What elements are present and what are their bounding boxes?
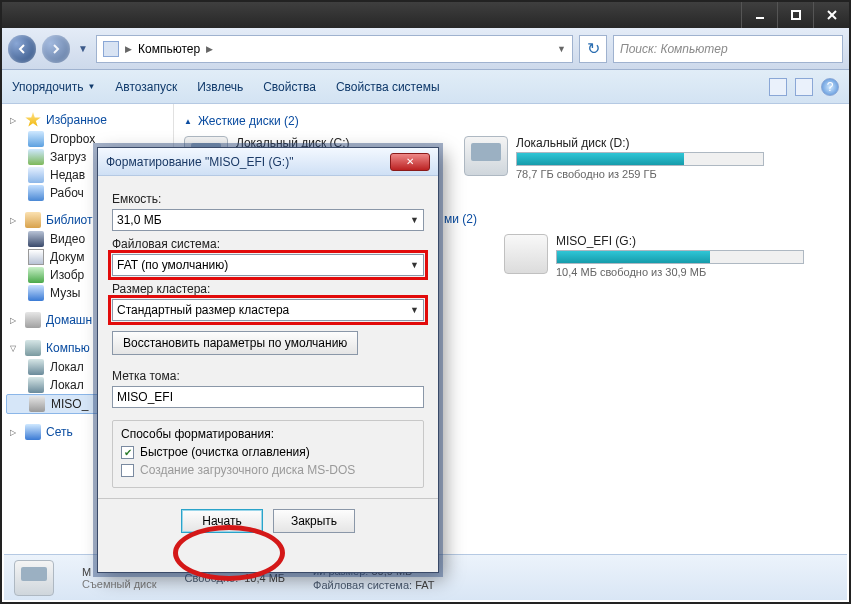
status-type: Съемный диск (82, 578, 157, 590)
status-fs-value: FAT (415, 579, 434, 591)
drive-name: MISO_EFI (G:) (556, 234, 804, 248)
picture-icon (28, 267, 44, 283)
dialog-close-button[interactable]: ✕ (390, 153, 430, 171)
close-dialog-button[interactable]: Закрыть (273, 509, 355, 533)
start-format-button[interactable]: Начать (181, 509, 263, 533)
search-input[interactable]: Поиск: Компьютер (613, 35, 843, 63)
hdd-icon (28, 359, 44, 375)
nav-history-dropdown[interactable]: ▼ (76, 43, 90, 54)
sys-properties-button[interactable]: Свойства системы (336, 80, 440, 94)
computer-icon (103, 41, 119, 57)
hdd-icon (464, 136, 508, 176)
drive-g[interactable]: MISO_EFI (G:) 10,4 МБ свободно из 30,9 М… (504, 234, 804, 278)
music-icon (28, 285, 44, 301)
status-free-label: Свободно: (185, 572, 239, 584)
chevron-right-icon: ▶ (206, 44, 213, 54)
close-button[interactable] (813, 2, 849, 28)
format-dialog: Форматирование "MISO_EFI (G:)" ✕ Емкость… (97, 147, 439, 573)
filesystem-select[interactable]: FAT (по умолчанию)▼ (112, 254, 424, 276)
cluster-select[interactable]: Стандартный размер кластера▼ (112, 299, 424, 321)
nav-forward-button[interactable] (42, 35, 70, 63)
minimize-button[interactable] (741, 2, 777, 28)
window-titlebar (2, 2, 849, 28)
restore-defaults-button[interactable]: Восстановить параметры по умолчанию (112, 331, 358, 355)
network-icon (25, 424, 41, 440)
homegroup-icon (25, 312, 41, 328)
autoplay-button[interactable]: Автозапуск (115, 80, 177, 94)
breadcrumb[interactable]: ▶ Компьютер ▶ ▼ (96, 35, 573, 63)
star-icon (25, 112, 41, 128)
sidebar-item-dropbox[interactable]: Dropbox (6, 130, 171, 148)
help-icon[interactable]: ? (821, 78, 839, 96)
drive-free: 10,4 МБ свободно из 30,9 МБ (556, 266, 804, 278)
document-icon (28, 249, 44, 265)
volume-label-input[interactable] (112, 386, 424, 408)
properties-button[interactable]: Свойства (263, 80, 316, 94)
capacity-label: Емкость: (112, 192, 424, 206)
eject-button[interactable]: Извлечь (197, 80, 243, 94)
dialog-titlebar[interactable]: Форматирование "MISO_EFI (G:)" ✕ (98, 148, 438, 176)
refresh-button[interactable]: ↻ (579, 35, 607, 63)
view-mode-icon[interactable] (769, 78, 787, 96)
drive-free: 78,7 ГБ свободно из 259 ГБ (516, 168, 764, 180)
checkbox-icon: ✔ (121, 464, 134, 477)
usb-icon (29, 396, 45, 412)
organize-menu[interactable]: Упорядочить▼ (12, 80, 95, 94)
desktop-icon (28, 185, 44, 201)
status-fs-label: Файловая система: (313, 579, 412, 591)
hdd-icon (28, 377, 44, 393)
usb-drive-icon (14, 560, 54, 596)
preview-pane-icon[interactable] (795, 78, 813, 96)
volume-label-label: Метка тома: (112, 369, 424, 383)
video-icon (28, 231, 44, 247)
msdos-boot-checkbox: ✔ Создание загрузочного диска MS-DOS (121, 463, 415, 477)
address-bar-row: ▼ ▶ Компьютер ▶ ▼ ↻ Поиск: Компьютер (2, 28, 849, 70)
nav-back-button[interactable] (8, 35, 36, 63)
computer-icon (25, 340, 41, 356)
search-placeholder: Поиск: Компьютер (620, 42, 728, 56)
library-icon (25, 212, 41, 228)
chevron-right-icon: ▶ (125, 44, 132, 54)
quick-format-checkbox[interactable]: ✔ Быстрое (очистка оглавления) (121, 445, 415, 459)
cluster-label: Размер кластера: (112, 282, 424, 296)
explorer-toolbar: Упорядочить▼ Автозапуск Извлечь Свойства… (2, 70, 849, 104)
dialog-title: Форматирование "MISO_EFI (G:)" (106, 155, 390, 169)
chevron-down-icon[interactable]: ▼ (557, 44, 566, 54)
usb-drive-icon (504, 234, 548, 274)
svg-rect-1 (792, 11, 800, 19)
drive-name: Локальный диск (D:) (516, 136, 764, 150)
maximize-button[interactable] (777, 2, 813, 28)
dropbox-icon (28, 131, 44, 147)
status-free-value: 10,4 МБ (244, 572, 285, 584)
section-hard-drives[interactable]: ▲Жесткие диски (2) (184, 114, 837, 128)
sidebar-favorites-header[interactable]: ▷Избранное (6, 110, 171, 130)
capacity-select[interactable]: 31,0 МБ▼ (112, 209, 424, 231)
section-removable[interactable]: ми (2) (444, 212, 837, 226)
format-options-label: Способы форматирования: (121, 427, 415, 441)
checkbox-icon: ✔ (121, 446, 134, 459)
drive-d[interactable]: Локальный диск (D:) 78,7 ГБ свободно из … (464, 136, 764, 180)
recent-icon (28, 167, 44, 183)
breadcrumb-item[interactable]: Компьютер (138, 42, 200, 56)
filesystem-label: Файловая система: (112, 237, 424, 251)
download-icon (28, 149, 44, 165)
